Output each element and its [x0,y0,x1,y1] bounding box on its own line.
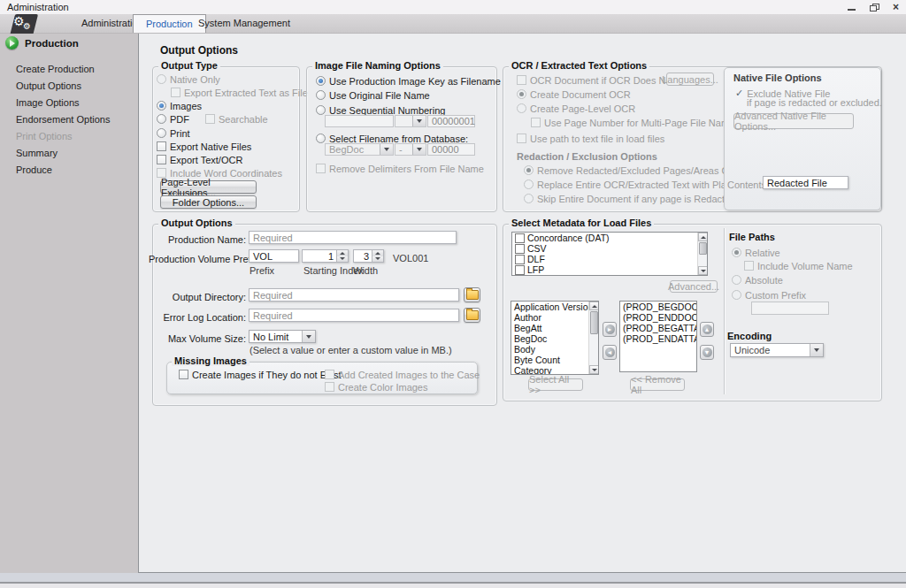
scrollbar-thumb[interactable] [699,242,707,255]
custom-prefix-radio[interactable] [732,290,741,300]
browse-error-log-button[interactable] [464,308,480,323]
volume-prefix-input[interactable]: VOL [249,249,299,263]
include-volume-name-checkbox[interactable] [744,261,754,271]
list-item[interactable]: Byte Count [511,355,588,365]
scroll-up-icon[interactable] [589,302,599,310]
list-item[interactable]: DLF [512,254,696,264]
export-extracted-text-checkbox[interactable] [171,88,180,97]
starting-index-stepper[interactable]: 1 [302,249,349,263]
list-item[interactable]: (PROD_ENDATTACH) [620,333,696,344]
use-production-key-radio[interactable] [316,76,326,86]
list-item[interactable]: Application Version [511,302,588,312]
minimize-icon[interactable] [848,9,856,11]
error-log-input[interactable]: Required [249,309,459,322]
list-item[interactable]: BegAtt [511,323,588,333]
list-item[interactable]: Author [511,312,588,323]
add-created-images-checkbox[interactable] [325,370,334,379]
export-text-ocr-checkbox[interactable] [157,155,166,164]
list-item[interactable]: CSV [512,243,696,254]
create-images-checkbox[interactable] [179,370,188,379]
list-item[interactable]: (PROD_BEGATTACH) [620,323,696,333]
list-item[interactable]: Concordance (DAT) [512,233,696,243]
sidebar-item-print-options[interactable]: Print Options [16,131,73,141]
advanced-metadata-button[interactable]: Advanced... [670,280,718,293]
database-field-select[interactable]: BegDoc [325,143,394,156]
available-fields-list[interactable]: Application VersionAuthorBegAttBegDocBod… [511,301,599,375]
list-item[interactable]: BegDoc [511,333,588,344]
use-path-text-file-checkbox[interactable] [517,134,526,143]
export-native-files-checkbox[interactable] [157,141,166,151]
custom-prefix-input[interactable] [751,302,829,315]
print-radio[interactable] [157,128,166,138]
max-volume-size-select[interactable]: No Limit [249,330,316,343]
use-original-name-radio[interactable] [316,90,326,100]
restore-icon[interactable] [870,4,879,11]
sequential-start-input[interactable]: 00000001 [427,115,475,127]
absolute-path-radio[interactable] [732,275,741,285]
database-delimiter-select[interactable]: - [395,143,426,156]
remove-delimiters-checkbox[interactable] [316,164,326,173]
load-file-types-list[interactable]: Concordance (DAT)CSVDLFLFP [511,232,708,276]
scroll-up-icon[interactable] [698,233,708,241]
create-page-level-ocr-radio[interactable] [517,103,526,113]
output-directory-input[interactable]: Required [249,288,459,302]
list-item[interactable]: (PROD_BEGDOC) [620,302,696,312]
close-icon[interactable]: × [893,1,899,13]
folder-options-button[interactable]: Folder Options... [160,195,257,209]
use-page-number-checkbox[interactable] [531,118,541,127]
selected-fields-list[interactable]: (PROD_BEGDOC)(PROD_ENDDOC)(PROD_BEGATTAC… [619,301,697,372]
scroll-down-icon[interactable] [698,266,708,275]
native-only-radio[interactable] [157,74,166,84]
tab-system-management[interactable]: System Management [186,14,303,33]
languages-button[interactable]: Languages... [666,73,714,86]
move-down-button[interactable]: ▼ [700,345,714,360]
contents-input[interactable]: Redacted File [763,176,848,189]
filename-from-database-radio[interactable] [316,134,326,143]
list-item-checkbox[interactable] [515,265,525,275]
scroll-down-icon[interactable] [589,365,599,374]
spinner-arrows-icon[interactable] [336,250,348,262]
move-right-button[interactable]: ► [603,322,617,337]
spinner-arrows-icon[interactable] [372,250,383,262]
advanced-native-file-options-button[interactable]: Advanced Native File Options... [733,113,854,129]
pdf-radio[interactable] [157,114,166,124]
searchable-checkbox[interactable] [205,114,215,124]
sequential-delimiter-select[interactable] [395,115,426,127]
images-radio[interactable] [157,101,166,111]
list-item-checkbox[interactable] [515,255,525,264]
ocr-if-not-exist-checkbox[interactable] [517,75,526,85]
production-name-input[interactable]: Required [249,231,457,244]
list-item-checkbox[interactable] [515,233,525,243]
replace-entire-radio[interactable] [524,179,534,189]
relative-path-radio[interactable] [732,248,741,257]
sidebar-item-image-options[interactable]: Image Options [16,97,80,108]
list-item[interactable]: Body [511,344,588,355]
sequential-prefix-input[interactable] [325,115,394,127]
move-up-button[interactable]: ▲ [700,322,714,337]
scrollbar-thumb[interactable] [590,311,598,334]
list-item[interactable]: (PROD_ENDDOC) [620,312,696,323]
use-sequential-radio[interactable] [316,105,326,115]
browse-output-directory-button[interactable] [464,287,480,302]
create-document-ocr-radio[interactable] [517,89,526,99]
sidebar-item-output-options[interactable]: Output Options [16,80,81,91]
remove-redacted-radio[interactable] [524,165,534,175]
sidebar-item-produce[interactable]: Produce [16,164,52,175]
page-level-exclusions-button[interactable]: Page-Level Exclusions... [160,180,257,194]
remove-all-button[interactable]: << Remove All [630,378,685,391]
list-item[interactable]: LFP [512,264,696,275]
encoding-select[interactable]: Unicode [730,343,824,357]
move-left-button[interactable]: ◄ [603,345,617,360]
select-all-button[interactable]: Select All >> [528,378,583,391]
available-fields-scrollbar[interactable] [588,302,598,374]
application-window: Administration × Administration Producti… [0,0,906,588]
sidebar-item-endorsement-options[interactable]: Endorsement Options [16,114,110,125]
create-color-images-checkbox[interactable] [325,382,334,392]
database-number-input[interactable]: 00000 [427,143,475,156]
sidebar-item-summary[interactable]: Summary [16,148,58,158]
list-item-checkbox[interactable] [515,244,525,254]
skip-entire-document-radio[interactable] [524,194,534,203]
sidebar-item-create-production[interactable]: Create Production [16,64,95,74]
load-files-scrollbar[interactable] [697,233,707,275]
width-stepper[interactable]: 3 [353,249,384,263]
